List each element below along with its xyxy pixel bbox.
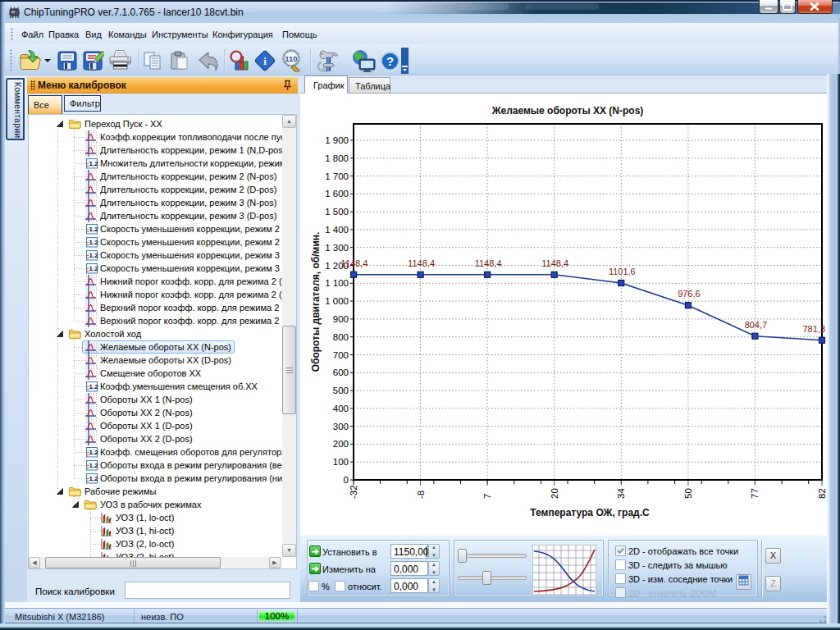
svg-text:1 100: 1 100 (325, 278, 349, 288)
svg-text:1148,4: 1148,4 (341, 258, 368, 268)
svg-text:1148,4: 1148,4 (408, 258, 435, 268)
svg-text:1.2: 1.2 (89, 252, 98, 259)
svg-text:1101,6: 1101,6 (609, 267, 636, 276)
svg-text:1.2: 1.2 (89, 265, 98, 272)
svg-text:1.2: 1.2 (89, 383, 98, 390)
svg-text:1148,4: 1148,4 (475, 258, 502, 268)
svg-text:34: 34 (616, 488, 626, 499)
svg-text:Температура ОЖ, град.С: Температура ОЖ, град.С (530, 507, 650, 518)
svg-text:700: 700 (333, 350, 349, 360)
svg-text:976,6: 976,6 (678, 289, 701, 299)
svg-text:1148,4: 1148,4 (541, 258, 568, 268)
svg-text:200: 200 (333, 439, 349, 449)
svg-text:781,3: 781,3 (802, 324, 825, 334)
svg-text:1.2: 1.2 (89, 475, 98, 482)
svg-text:20: 20 (550, 488, 559, 499)
svg-text:1.2: 1.2 (89, 226, 98, 233)
svg-text:50: 50 (683, 488, 693, 499)
svg-text:1.2: 1.2 (89, 449, 98, 456)
svg-text:Желаемые обороты ХХ (N-pos): Желаемые обороты ХХ (N-pos) (491, 105, 644, 116)
svg-text:1 600: 1 600 (325, 189, 349, 199)
svg-text:800: 800 (333, 332, 349, 342)
svg-text:i: i (263, 55, 267, 67)
svg-text:1.2: 1.2 (89, 160, 98, 167)
svg-text:500: 500 (333, 386, 349, 395)
svg-text:-8: -8 (416, 491, 426, 499)
svg-text:1 800: 1 800 (325, 153, 349, 163)
svg-text:77: 77 (750, 488, 760, 499)
svg-text:-32: -32 (349, 485, 358, 499)
svg-text:1.2: 1.2 (89, 239, 98, 246)
svg-text:1 900: 1 900 (325, 135, 349, 145)
svg-text:1 700: 1 700 (325, 171, 349, 181)
svg-text:400: 400 (333, 404, 349, 413)
svg-text:1 400: 1 400 (325, 225, 349, 235)
svg-text:600: 600 (333, 368, 349, 377)
svg-text:300: 300 (333, 422, 349, 431)
svg-text:7: 7 (482, 494, 492, 499)
svg-text:1.2: 1.2 (89, 462, 98, 469)
svg-text:1 300: 1 300 (325, 243, 349, 253)
svg-text:1 000: 1 000 (325, 296, 349, 306)
svg-text:82: 82 (817, 488, 827, 499)
svg-text:0: 0 (344, 475, 349, 485)
svg-text:Обороты двигателя, об/мин.: Обороты двигателя, об/мин. (310, 232, 322, 372)
svg-text:100: 100 (333, 457, 349, 467)
svg-text:?: ? (386, 54, 394, 68)
svg-text:110: 110 (285, 54, 297, 63)
svg-text:900: 900 (333, 314, 349, 324)
svg-text:1 500: 1 500 (325, 207, 349, 217)
svg-text:804,7: 804,7 (745, 320, 768, 330)
